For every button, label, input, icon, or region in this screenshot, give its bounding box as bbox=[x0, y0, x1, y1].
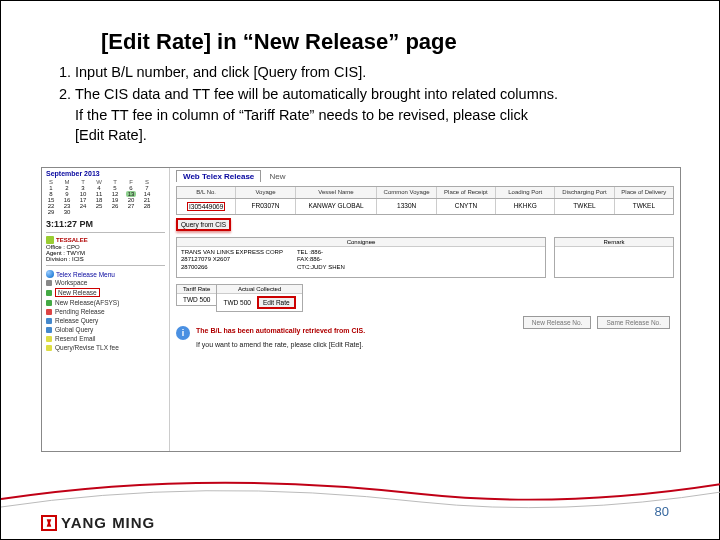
instruction-1: Input B/L number, and click [Query from … bbox=[75, 63, 669, 83]
instruction-2b: If the TT fee in column of “Tariff Rate”… bbox=[75, 106, 669, 126]
instruction-2: The CIS data and TT fee will be automati… bbox=[75, 85, 669, 105]
page-number: 80 bbox=[655, 504, 669, 519]
menu-resend[interactable]: Resend Email bbox=[46, 334, 165, 343]
same-release-no-button[interactable]: Same Release No. bbox=[597, 316, 670, 329]
menu-title: Telex Release Menu bbox=[46, 270, 165, 278]
yang-ming-logo: YANG MING bbox=[41, 514, 155, 531]
query-from-cis-button[interactable]: Query from CIS bbox=[176, 218, 231, 231]
grid-header: B/L No. Voyage Vessel Name Common Voyage… bbox=[176, 186, 674, 199]
menu-query-revise[interactable]: Query/Revise TLX fee bbox=[46, 343, 165, 352]
instruction-2c: [Edit Rate]. bbox=[75, 126, 669, 146]
calendar-month: September 2013 bbox=[46, 170, 165, 177]
logo-icon bbox=[41, 515, 57, 531]
actual-collected-value: TWD 500 bbox=[223, 299, 250, 306]
instruction-text: Input B/L number, and click [Query from … bbox=[49, 63, 669, 145]
tariff-rate-value: TWD 500 bbox=[177, 294, 216, 305]
app-screenshot: September 2013 SMTWTFS 1234567 891011121… bbox=[41, 167, 681, 452]
menu-global-query[interactable]: Global Query bbox=[46, 325, 165, 334]
sidebar: September 2013 SMTWTFS 1234567 891011121… bbox=[42, 168, 170, 451]
tab-bar: Web Telex Release New bbox=[176, 170, 674, 182]
user-info: TESSALEE Office : CPO Agent : TWYM Divis… bbox=[46, 236, 165, 262]
tab-new[interactable]: New bbox=[264, 171, 292, 182]
menu-new-release-af[interactable]: New Release(AFSYS) bbox=[46, 298, 165, 307]
info-message: i The B/L has been automatically retriev… bbox=[176, 326, 674, 351]
menu-release-query[interactable]: Release Query bbox=[46, 316, 165, 325]
menu-pending[interactable]: Pending Release bbox=[46, 307, 165, 316]
rate-section: Tariff Rate TWD 500 Actual Collected TWD… bbox=[176, 284, 674, 312]
consignee-panel: Consignee TRANS VAN LINKS EXPRESS CORP 2… bbox=[176, 237, 546, 278]
slide-title: [Edit Rate] in “New Release” page bbox=[101, 29, 457, 55]
remark-panel: Remark bbox=[554, 237, 674, 278]
new-release-no-button[interactable]: New Release No. bbox=[523, 316, 592, 329]
menu-workspace[interactable]: Workspace bbox=[46, 278, 165, 287]
globe-icon bbox=[46, 270, 54, 278]
user-icon bbox=[46, 236, 54, 244]
menu-new-release[interactable]: New Release bbox=[46, 287, 165, 298]
tab-web-telex[interactable]: Web Telex Release bbox=[176, 170, 261, 182]
edit-rate-button[interactable]: Edit Rate bbox=[257, 296, 296, 309]
main-panel: Web Telex Release New B/L No. Voyage Ves… bbox=[170, 168, 680, 451]
info-icon: i bbox=[176, 326, 190, 340]
clock-time: 3:11:27 PM bbox=[46, 219, 165, 229]
bl-number-input[interactable]: I305449069 bbox=[177, 199, 235, 214]
grid-row: I305449069 FR0307N KANWAY GLOBAL 1330N C… bbox=[176, 199, 674, 215]
